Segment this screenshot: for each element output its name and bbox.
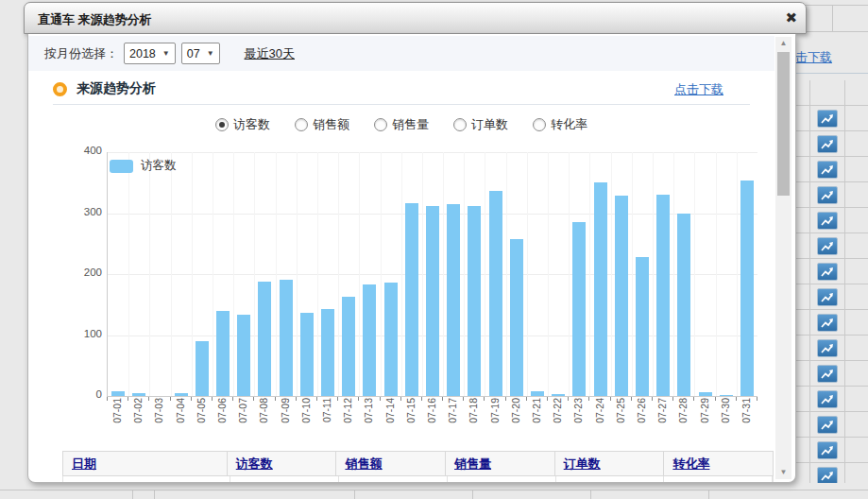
radio-sales-volume[interactable]: 销售量 — [374, 116, 429, 133]
x-axis-tick — [148, 397, 149, 401]
orange-ring-icon — [53, 82, 67, 96]
radio-visitors[interactable]: 访客数 — [215, 116, 270, 133]
x-axis-tick — [337, 397, 338, 401]
bar-07-18[interactable] — [468, 206, 481, 396]
gridline — [381, 152, 382, 396]
download-link[interactable]: 点击下载 — [674, 81, 723, 98]
bar-07-24[interactable] — [594, 182, 607, 396]
x-axis-label: 07-05 — [195, 398, 208, 436]
radio-conversion-rate[interactable]: 转化率 — [533, 116, 587, 133]
trend-chart-icon[interactable] — [817, 441, 838, 459]
table-cell — [796, 259, 810, 284]
bar-07-21[interactable] — [531, 391, 544, 396]
gridline — [632, 152, 633, 396]
table-row — [796, 208, 868, 233]
gridline — [422, 152, 423, 396]
bar-07-29[interactable] — [699, 392, 712, 397]
col-header-link[interactable]: 销售额 — [345, 456, 382, 473]
month-select[interactable]: 07 ▼ — [181, 43, 220, 64]
gridline — [359, 152, 360, 396]
bar-07-19[interactable] — [489, 191, 502, 396]
x-axis-label: 07-06 — [215, 398, 229, 436]
trend-chart-icon[interactable] — [817, 237, 838, 255]
radio-orders[interactable]: 订单数 — [453, 116, 508, 133]
col-header-link[interactable]: 销售量 — [454, 456, 491, 473]
trend-chart-icon[interactable] — [817, 263, 838, 281]
bar-07-01[interactable] — [111, 391, 125, 396]
trend-chart-icon[interactable] — [817, 390, 838, 408]
col-header-link[interactable]: 转化率 — [672, 456, 709, 473]
bar-07-06[interactable] — [216, 311, 230, 396]
radio-label: 销售额 — [313, 116, 349, 133]
bar-07-10[interactable] — [300, 313, 314, 396]
trend-chart-icon[interactable] — [817, 416, 838, 434]
divider — [590, 490, 591, 499]
plot-area[interactable] — [107, 152, 757, 397]
trend-chart-icon[interactable] — [817, 314, 838, 332]
bar-07-12[interactable] — [342, 297, 355, 396]
bar-07-17[interactable] — [447, 204, 460, 396]
bar-07-15[interactable] — [405, 203, 418, 396]
bar-07-27[interactable] — [656, 195, 670, 396]
table-cell — [810, 157, 845, 181]
x-axis-label: 07-13 — [362, 398, 375, 436]
close-icon[interactable]: ✖ — [785, 9, 797, 26]
table-cell — [810, 361, 845, 386]
trend-chart-icon[interactable] — [817, 467, 838, 485]
bar-07-08[interactable] — [258, 282, 271, 396]
bar-07-23[interactable] — [572, 222, 586, 396]
trend-chart-icon[interactable] — [817, 186, 838, 204]
bar-07-11[interactable] — [321, 309, 334, 396]
col-header-sales-volume: 销售量 — [446, 452, 555, 475]
recent-30-days-link[interactable]: 最近30天 — [245, 45, 295, 62]
table-cell — [810, 106, 845, 130]
gridline — [569, 152, 570, 396]
trend-chart-icon[interactable] — [817, 110, 838, 128]
trend-chart-icon[interactable] — [817, 288, 838, 306]
bar-07-31[interactable] — [740, 181, 754, 396]
col-header-link[interactable]: 订单数 — [564, 456, 601, 473]
bar-07-16[interactable] — [426, 206, 439, 396]
trend-chart-icon[interactable] — [817, 135, 838, 153]
table-cell — [810, 438, 845, 462]
trend-chart-icon[interactable] — [817, 212, 838, 230]
chart-legend[interactable]: 访客数 — [110, 158, 177, 174]
x-axis-label: 07-04 — [174, 398, 187, 436]
trend-chart-icon[interactable] — [817, 365, 838, 383]
radio-sales-amount[interactable]: 销售额 — [295, 116, 349, 133]
bar-07-05[interactable] — [196, 341, 209, 396]
bar-07-13[interactable] — [363, 284, 376, 396]
x-axis-tick — [380, 397, 381, 401]
table-row — [796, 412, 868, 438]
col-header-visitors: 访客数 — [228, 452, 337, 475]
bar-07-22[interactable] — [552, 394, 565, 396]
x-axis-tick — [316, 397, 317, 401]
modal-scrollbar[interactable]: ▲ ▼ — [775, 37, 791, 479]
trend-chart-icon[interactable] — [817, 339, 838, 357]
bar-07-14[interactable] — [384, 283, 398, 396]
bar-07-09[interactable] — [280, 280, 293, 396]
bar-07-20[interactable] — [510, 239, 523, 396]
bar-07-07[interactable] — [237, 315, 250, 396]
bar-07-26[interactable] — [636, 257, 649, 396]
bar-07-04[interactable] — [175, 393, 188, 396]
trend-chart-icon[interactable] — [817, 161, 838, 179]
x-axis-label: 07-09 — [279, 398, 292, 436]
bar-07-30[interactable] — [720, 395, 733, 396]
bar-07-25[interactable] — [615, 196, 628, 396]
col-header-link[interactable]: 访客数 — [236, 456, 273, 473]
col-header-link[interactable]: 日期 — [72, 456, 96, 473]
month-select-value: 07 — [187, 47, 200, 60]
x-axis-tick — [358, 397, 359, 401]
scroll-down-icon[interactable]: ▼ — [775, 466, 791, 479]
table-cell — [810, 259, 845, 284]
bar-07-02[interactable] — [132, 393, 145, 396]
scroll-up-icon[interactable]: ▲ — [775, 37, 791, 50]
scrollbar-thumb[interactable] — [777, 52, 790, 196]
divider — [154, 490, 155, 499]
x-axis-label: 07-16 — [425, 398, 438, 436]
bar-07-28[interactable] — [677, 214, 690, 397]
table-row — [796, 387, 868, 412]
x-axis-tick — [672, 397, 673, 401]
year-select[interactable]: 2018 ▼ — [124, 43, 176, 64]
